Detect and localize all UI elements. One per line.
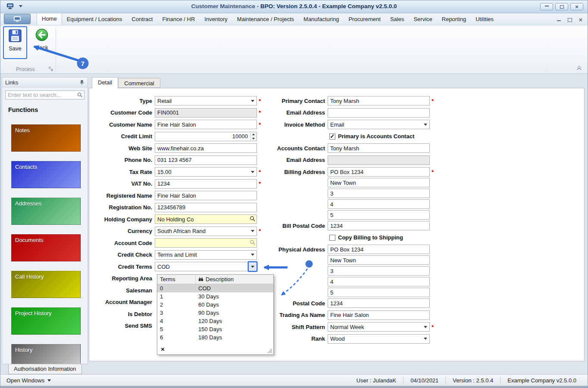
- tab-commercial[interactable]: Commercial: [118, 78, 160, 88]
- field-row-invoice-method: Invoice Method Email: [232, 120, 439, 129]
- sidebar-item-project-history[interactable]: Project History: [11, 307, 81, 335]
- field-row-billing-address-5: [232, 210, 439, 220]
- close-icon: ×: [575, 4, 579, 9]
- physical-address-line1-input[interactable]: [328, 245, 430, 254]
- minimize-button[interactable]: [540, 3, 553, 10]
- bill-postal-code-input[interactable]: [328, 221, 430, 230]
- window-title: Customer Maintenance - BPO: Version 2.5.…: [0, 3, 588, 9]
- physical-address-line2-input[interactable]: [328, 255, 430, 265]
- tab-detail[interactable]: Detail: [92, 77, 118, 88]
- credit-terms-label: Credit Terms: [89, 264, 155, 270]
- email-address-input[interactable]: [328, 108, 430, 118]
- field-row-accounts-email: Email Address: [232, 155, 439, 165]
- ribbon-tab-sales[interactable]: Sales: [385, 14, 409, 25]
- field-row-physical-address-2: [232, 255, 439, 265]
- trading-as-name-input[interactable]: [328, 310, 430, 320]
- functions-section-title: Functions: [8, 106, 88, 113]
- chevron-down-icon[interactable]: [422, 120, 429, 129]
- shift-pattern-combobox[interactable]: Normal Week: [328, 322, 430, 332]
- title-bar: Customer Maintenance - BPO: Version 2.5.…: [0, 0, 588, 13]
- sidebar-item-call-history[interactable]: Call History: [11, 271, 81, 298]
- search-icon[interactable]: [77, 92, 83, 98]
- authorisation-information-tab[interactable]: Authorisation Information: [8, 364, 82, 374]
- email-address-label: Email Address: [232, 109, 328, 116]
- sidebar-item-history[interactable]: History: [11, 344, 81, 364]
- ribbon-tab-procurement[interactable]: Procurement: [344, 14, 385, 25]
- field-row-bill-postal-code: Bill Postal Code: [232, 221, 439, 230]
- tax-rate-label: Tax Rate: [89, 169, 155, 175]
- ribbon-tab-utilities[interactable]: Utilities: [471, 14, 498, 25]
- ribbon-tab-contract[interactable]: Contract: [127, 14, 157, 25]
- save-button[interactable]: Save: [3, 26, 27, 59]
- physical-address-line5-input[interactable]: [328, 288, 430, 297]
- dropdown-row-30-days[interactable]: 130 Days: [157, 292, 273, 301]
- maximize-button[interactable]: [555, 3, 568, 10]
- back-button[interactable]: Back: [30, 26, 54, 59]
- primary-is-accounts-contact-checkbox[interactable]: ✓: [329, 133, 335, 140]
- field-row-billing-address-2: [232, 178, 439, 187]
- primary-contact-input[interactable]: [328, 96, 430, 106]
- accounts-email-input: [328, 155, 430, 165]
- copy-billing-to-shipping-checkbox[interactable]: [329, 235, 335, 241]
- pin-icon[interactable]: [79, 80, 84, 85]
- is-debtor-label: Is Debtor: [89, 311, 155, 317]
- dropdown-clear-button[interactable]: ×: [161, 346, 165, 352]
- chevron-down-icon[interactable]: [422, 323, 429, 331]
- dropdown-row-120-days[interactable]: 4120 Days: [157, 317, 273, 325]
- dropdown-column-description[interactable]: Description: [196, 275, 273, 284]
- sidebar-item-contacts[interactable]: Contacts: [11, 161, 81, 188]
- mdi-close-icon[interactable]: ×: [579, 17, 582, 23]
- billing-address-line5-input[interactable]: [328, 210, 430, 220]
- ribbon-tab-equipment-locations[interactable]: Equipment / Locations: [62, 14, 127, 25]
- close-button[interactable]: ×: [570, 3, 583, 10]
- ribbon-tab-inventory[interactable]: Inventory: [200, 14, 232, 25]
- billing-address-line2-input[interactable]: [328, 178, 430, 187]
- sidebar-item-documents[interactable]: Documents: [11, 234, 81, 261]
- resize-grip[interactable]: [267, 348, 272, 354]
- collapse-ribbon-icon[interactable]: [576, 66, 582, 71]
- dropdown-row-cod[interactable]: 0COD: [157, 284, 273, 292]
- dropdown-row-180-days[interactable]: 6180 Days: [157, 333, 273, 341]
- credit-limit-label: Credit Limit: [89, 133, 155, 140]
- physical-address-line3-input[interactable]: [328, 266, 430, 276]
- detail-tab-content: Type Retail * Customer Code * Customer N…: [89, 88, 585, 361]
- field-row-email-address: Email Address: [232, 108, 439, 118]
- reporting-area-label: Reporting Area: [89, 275, 155, 282]
- links-search-input[interactable]: [8, 92, 77, 98]
- mdi-restore-icon[interactable]: [568, 18, 572, 22]
- group-dialog-launcher-icon[interactable]: [49, 67, 53, 71]
- minimize-icon: [545, 5, 549, 6]
- ribbon-group-label: Process: [2, 66, 49, 72]
- ribbon-tab-reporting[interactable]: Reporting: [437, 14, 471, 25]
- chevron-down-icon[interactable]: [422, 335, 429, 343]
- sidebar-item-addresses[interactable]: Addresses: [11, 198, 81, 225]
- ribbon-tab-maintenance-projects[interactable]: Maintenance / Projects: [232, 14, 299, 25]
- field-row-physical-address-1: Physical Address: [232, 245, 439, 254]
- billing-address-line3-input[interactable]: [328, 189, 430, 198]
- ribbon-tab-home[interactable]: Home: [37, 13, 62, 25]
- dropdown-row-90-days[interactable]: 390 Days: [157, 309, 273, 317]
- links-panel: Links Functions Notes Contacts Addresses…: [2, 77, 88, 364]
- dropdown-row-150-days[interactable]: 5150 Days: [157, 325, 273, 333]
- physical-address-line4-input[interactable]: [328, 277, 430, 286]
- ribbon-tab-manufacturing[interactable]: Manufacturing: [299, 14, 344, 25]
- sidebar-item-notes[interactable]: Notes: [11, 124, 81, 152]
- accounts-contact-label: Accounts Contact: [232, 145, 328, 152]
- dropdown-row-60-days[interactable]: 260 Days: [157, 301, 273, 309]
- ribbon-tab-service[interactable]: Service: [409, 14, 437, 25]
- primary-is-accounts-contact-row: ✓ Primary is Accounts Contact: [329, 132, 439, 141]
- billing-address-line1-input[interactable]: [328, 167, 430, 177]
- accounts-contact-input[interactable]: [328, 143, 430, 153]
- dropdown-column-terms[interactable]: Terms: [157, 275, 196, 284]
- status-bar: Open Windows User : JulandaK 04/10/2021 …: [0, 374, 588, 386]
- primary-is-accounts-contact-label: Primary is Accounts Contact: [338, 133, 414, 140]
- mdi-minimize-icon[interactable]: [557, 19, 561, 21]
- open-windows-menu[interactable]: Open Windows: [0, 377, 51, 384]
- application-button[interactable]: [4, 14, 31, 24]
- rank-combobox[interactable]: Wood: [328, 334, 430, 344]
- billing-address-line4-input[interactable]: [328, 199, 430, 209]
- postal-code-input[interactable]: [328, 298, 430, 308]
- ribbon-body: Save Back Process: [0, 25, 588, 74]
- ribbon-tab-finance-hr[interactable]: Finance / HR: [157, 14, 200, 25]
- invoice-method-combobox[interactable]: Email: [328, 120, 430, 129]
